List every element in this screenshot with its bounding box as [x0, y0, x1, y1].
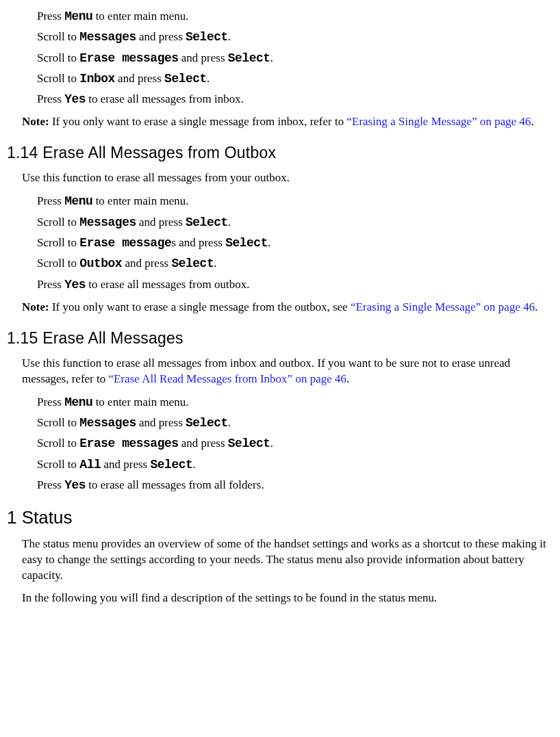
btn-select: Select: [228, 437, 270, 450]
btn-erase-messages: Erase messages: [79, 51, 178, 65]
btn-select: Select: [150, 458, 192, 471]
btn-select: Select: [171, 257, 214, 270]
btn-select: Select: [186, 30, 228, 44]
step-outbox-2: Scroll to Messages and press Select.: [37, 214, 553, 231]
note-outbox: Note: If you only want to erase a single…: [22, 300, 553, 315]
heading-1-14: 1.14 Erase All Messages from Outbox: [7, 142, 553, 164]
btn-menu: Menu: [64, 396, 92, 409]
link-erase-read[interactable]: “Erase All Read Messages from Inbox” on …: [109, 372, 346, 385]
note-label: Note:: [22, 115, 49, 128]
status-p1: The status menu provides an overview of …: [22, 536, 553, 584]
btn-select: Select: [164, 72, 207, 86]
intro-1-15: Use this function to erase all messages …: [22, 356, 553, 387]
step-outbox-1: Press Menu to enter main menu.: [37, 193, 553, 209]
status-p2: In the following you will find a descrip…: [22, 591, 553, 606]
step-all-1: Press Menu to enter main menu.: [37, 394, 553, 411]
btn-select: Select: [225, 236, 268, 250]
btn-messages: Messages: [79, 416, 136, 430]
step-outbox-4: Scroll to Outbox and press Select.: [37, 255, 553, 272]
btn-select: Select: [228, 51, 270, 65]
note-label: Note:: [22, 300, 49, 313]
step-all-3: Scroll to Erase messages and press Selec…: [37, 435, 553, 452]
step-inbox-1: Press Menu to enter main menu.: [37, 8, 553, 25]
step-inbox-4: Scroll to Inbox and press Select.: [37, 70, 553, 87]
step-outbox-5: Press Yes to erase all messages from out…: [37, 276, 553, 293]
btn-messages: Messages: [79, 30, 136, 44]
btn-select: Select: [186, 416, 228, 430]
btn-menu: Menu: [64, 10, 92, 23]
step-inbox-5: Press Yes to erase all messages from inb…: [37, 91, 553, 107]
step-all-4: Scroll to All and press Select.: [37, 456, 553, 473]
btn-yes: Yes: [64, 278, 86, 292]
step-all-2: Scroll to Messages and press Select.: [37, 415, 553, 431]
btn-erase-messages: Erase messages: [79, 437, 178, 450]
btn-yes: Yes: [64, 92, 86, 106]
step-outbox-3: Scroll to Erase messages and press Selec…: [37, 235, 553, 251]
intro-1-14: Use this function to erase all messages …: [22, 170, 553, 186]
btn-messages: Messages: [79, 216, 136, 229]
note-inbox: Note: If you only want to erase a single…: [22, 114, 553, 130]
btn-outbox: Outbox: [79, 257, 122, 270]
btn-all: All: [79, 458, 101, 471]
link-erase-single[interactable]: “Erasing a Single Message” on page 46: [351, 300, 535, 313]
step-inbox-3: Scroll to Erase messages and press Selec…: [37, 50, 553, 66]
heading-status: 1 Status: [7, 506, 553, 530]
step-all-5: Press Yes to erase all messages from all…: [37, 477, 553, 493]
step-inbox-2: Scroll to Messages and press Select.: [37, 29, 553, 45]
btn-menu: Menu: [64, 194, 92, 208]
btn-inbox: Inbox: [79, 72, 115, 86]
link-erase-single[interactable]: “Erasing a Single Message” on page 46: [346, 115, 531, 128]
btn-select: Select: [186, 216, 228, 229]
heading-1-15: 1.15 Erase All Messages: [7, 328, 553, 349]
btn-yes: Yes: [64, 478, 86, 492]
btn-erase-message: Erase message: [79, 236, 171, 250]
